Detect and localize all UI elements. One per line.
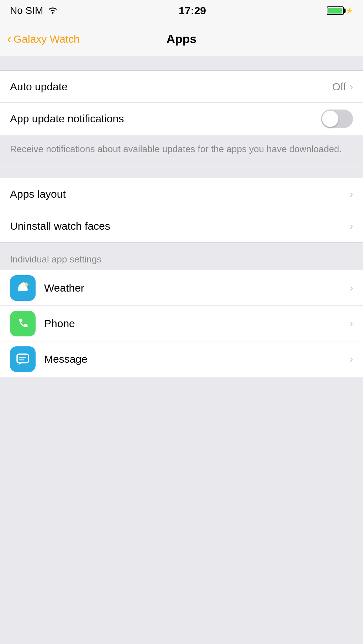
svg-rect-11 [17, 354, 28, 363]
app-update-notifications-toggle[interactable] [321, 110, 353, 128]
uninstall-right: › [350, 220, 353, 232]
app-update-notifications-label: App update notifications [10, 113, 124, 125]
weather-app-icon [10, 275, 36, 301]
individual-app-settings-header: Individual app settings [0, 243, 363, 270]
individual-app-settings-label: Individual app settings [10, 254, 101, 265]
status-right: ⚡ [327, 6, 353, 15]
phone-row[interactable]: Phone › [0, 306, 363, 341]
message-chevron-icon: › [350, 353, 353, 365]
status-bar: No SIM 17:29 ⚡ [0, 0, 363, 21]
app-update-notifications-row[interactable]: App update notifications [0, 103, 363, 135]
toggle-knob [322, 111, 338, 127]
auto-update-value: Off [332, 81, 346, 93]
wifi-icon [47, 5, 58, 16]
auto-update-row[interactable]: Auto update Off › [0, 71, 363, 103]
apps-layout-label: Apps layout [10, 188, 66, 200]
phone-app-icon [10, 311, 36, 336]
phone-chevron-icon: › [350, 318, 353, 329]
uninstall-watch-faces-label: Uninstall watch faces [10, 220, 110, 232]
back-chevron-icon: ‹ [7, 33, 11, 46]
page-title: Apps [167, 32, 197, 46]
svg-point-6 [25, 283, 28, 286]
footer-area [0, 377, 363, 612]
svg-line-8 [28, 283, 28, 283]
app-list-group: Weather › Phone › Message › [0, 270, 363, 377]
carrier-label: No SIM [10, 5, 43, 16]
phone-icon [16, 316, 30, 331]
auto-update-group: Auto update Off › App update notificatio… [0, 70, 363, 135]
svg-point-0 [52, 12, 54, 14]
apps-layout-row[interactable]: Apps layout › [0, 178, 363, 210]
auto-update-right: Off › [332, 81, 353, 93]
uninstall-watch-faces-row[interactable]: Uninstall watch faces › [0, 210, 363, 242]
weather-app-name: Weather [44, 282, 350, 294]
middle-divider [0, 167, 363, 178]
layout-group: Apps layout › Uninstall watch faces › [0, 178, 363, 243]
auto-update-chevron-icon: › [350, 81, 353, 92]
weather-icon [15, 280, 31, 296]
weather-chevron-icon: › [350, 282, 353, 294]
status-left: No SIM [10, 5, 58, 16]
svg-point-4 [18, 286, 22, 290]
battery-icon [327, 6, 344, 15]
back-button[interactable]: ‹ Galaxy Watch [7, 33, 80, 46]
apps-layout-chevron-icon: › [350, 188, 353, 200]
weather-row[interactable]: Weather › [0, 270, 363, 306]
status-time: 17:29 [179, 5, 206, 17]
message-app-icon [10, 346, 36, 372]
battery-container: ⚡ [327, 6, 353, 15]
nav-bar: ‹ Galaxy Watch Apps [0, 21, 363, 57]
svg-point-5 [24, 286, 27, 290]
message-app-name: Message [44, 353, 350, 365]
uninstall-chevron-icon: › [350, 220, 353, 232]
description-row: Receive notifications about available up… [0, 135, 363, 167]
back-label: Galaxy Watch [14, 33, 80, 45]
auto-update-label: Auto update [10, 81, 68, 93]
apps-layout-right: › [350, 188, 353, 200]
message-icon [15, 351, 31, 367]
phone-app-name: Phone [44, 318, 350, 330]
battery-fill [328, 8, 342, 14]
svg-rect-10 [17, 354, 28, 363]
bolt-icon: ⚡ [345, 7, 353, 15]
description-text: Receive notifications about available up… [10, 144, 342, 154]
top-divider [0, 57, 363, 70]
message-row[interactable]: Message › [0, 341, 363, 377]
